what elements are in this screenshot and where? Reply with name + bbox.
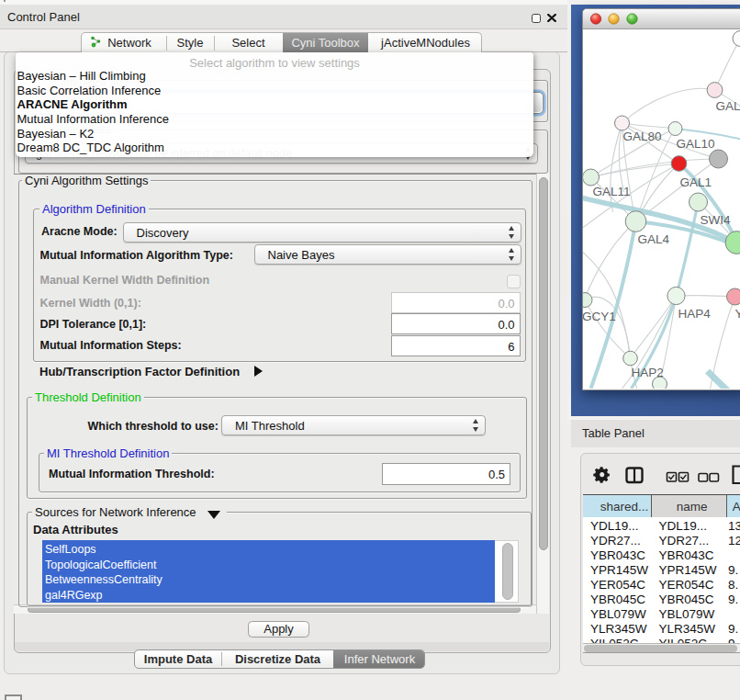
svg-text:GAL10: GAL10 (676, 137, 714, 151)
svg-text:GCY1: GCY1 (583, 310, 616, 323)
svg-text:GAL4: GAL4 (637, 232, 669, 246)
svg-text:HAP4: HAP4 (678, 307, 711, 321)
svg-text:GAL2: GAL2 (715, 99, 740, 113)
svg-text:HAP2: HAP2 (631, 366, 663, 379)
svg-text:SWI4: SWI4 (700, 213, 730, 227)
svg-text:Y: Y (734, 307, 740, 321)
svg-text:GAL11: GAL11 (592, 185, 630, 198)
svg-text:GAL80: GAL80 (622, 130, 661, 143)
svg-text:GAL1: GAL1 (679, 175, 712, 189)
